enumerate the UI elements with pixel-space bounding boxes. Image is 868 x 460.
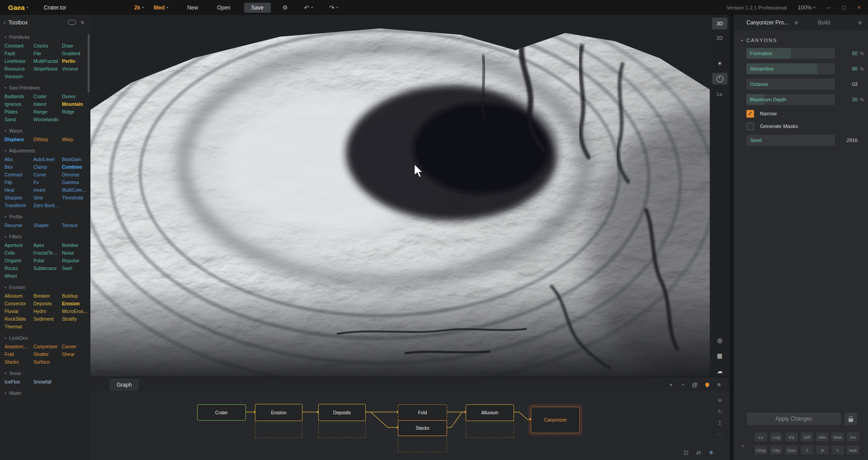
toolbox-item[interactable]: Badlands [5, 94, 33, 99]
toolbox-item[interactable]: Recurve [5, 223, 33, 228]
graph-node-crater[interactable]: Crater [197, 404, 246, 421]
port-modifier-button[interactable]: Diff [801, 432, 813, 441]
toolbox-item[interactable]: Fluvial [5, 308, 33, 314]
toolbox-section-header[interactable]: ▾ Primitives [5, 34, 90, 40]
toolbox-item[interactable]: File [33, 51, 62, 56]
port-modifier-button[interactable]: Gain [785, 446, 798, 455]
redo-button[interactable]: ↷ [329, 4, 335, 11]
toolbox-item[interactable]: Contrast [5, 172, 33, 177]
toolbox-item[interactable]: Transform [5, 203, 33, 208]
sun-icon[interactable]: ☀ [712, 57, 727, 69]
toolbox-item[interactable]: Shaper [33, 223, 62, 228]
toolbox-item[interactable]: Crater [33, 94, 62, 99]
toolbox-item[interactable]: Repulse [62, 258, 89, 263]
toolbox-item[interactable]: Sediment [33, 316, 62, 322]
toolbox-item[interactable]: Gamma [62, 180, 89, 185]
toolbox-section-header[interactable]: ▾ Warps [5, 128, 90, 133]
toolbox-section-header[interactable]: ▾ Adjustments [5, 148, 90, 153]
toolbox-item[interactable]: IceFloe [5, 379, 33, 384]
toolbox-item[interactable]: Noise [62, 250, 89, 256]
property-slider[interactable]: Maximum Depth [746, 94, 835, 105]
tab-graph[interactable]: Graph [109, 379, 139, 391]
toolbox-item[interactable]: Igneous [5, 101, 33, 107]
toolbox-item[interactable]: Plates [5, 109, 33, 114]
toolbox-item[interactable]: Anastom… [5, 344, 33, 349]
toolbox-item[interactable]: Terrace [62, 223, 89, 228]
property-slider[interactable]: Formation [746, 48, 835, 59]
port-modifier-button[interactable]: ∿ [831, 446, 844, 455]
toolbox-item[interactable]: RockSlide [5, 316, 33, 322]
level-toggle[interactable]: Lv [712, 88, 727, 100]
collapse-panel-icon[interactable]: ‹ [4, 19, 5, 26]
toolbox-item[interactable]: MicroEros… [62, 308, 89, 314]
compass-icon[interactable]: ◎ [712, 334, 727, 346]
toolbox-item[interactable]: Blur [5, 164, 33, 170]
toolbox-item[interactable]: Range [33, 109, 62, 114]
port-modifier-button[interactable]: Min [816, 432, 829, 441]
toolbox-item[interactable]: MultiFractal [33, 58, 62, 64]
port-modifier-button[interactable]: Max [831, 432, 844, 441]
toolbox-scrollbar[interactable] [88, 34, 90, 93]
toolbox-item[interactable]: Sand [5, 117, 33, 122]
chevron-down-icon[interactable]: ▾ [682, 383, 684, 387]
toolbox-item[interactable]: Clamp [33, 164, 62, 170]
node-canvas[interactable]: Crater Erosion Deposits Fold Stacks Allu… [90, 392, 730, 460]
toolbox-item[interactable]: SlopeNoise [33, 66, 62, 71]
toolbox-item[interactable]: Displace [5, 137, 33, 142]
port-modifier-button[interactable]: Lv [755, 432, 767, 441]
toolbox-item[interactable]: Apex [33, 242, 62, 248]
toolbox-item[interactable]: Shear [62, 351, 89, 357]
app-menu-button[interactable]: Gaea [8, 4, 25, 11]
toolbox-item[interactable]: Denoise [62, 172, 89, 177]
toolbox-item[interactable]: Island [33, 101, 62, 107]
apply-changes-button[interactable]: Apply Changes [747, 413, 841, 425]
toolbox-item[interactable]: Cracks [33, 43, 62, 48]
port-modifier-button[interactable]: Log [770, 432, 783, 441]
toolbox-item[interactable]: Hydro [33, 308, 62, 314]
toolbox-item[interactable]: Voronoi+ [5, 74, 33, 79]
toolbox-item[interactable]: Rocks [5, 266, 33, 271]
undo-button[interactable]: ↶ [304, 4, 310, 11]
grid-icon[interactable]: ▦ [712, 350, 727, 361]
toolbox-item[interactable]: Voronoi [62, 66, 89, 71]
toolbox-item[interactable]: Abs [5, 156, 33, 162]
graph-node-alluvium[interactable]: Alluvium [466, 404, 514, 421]
toolbox-item[interactable]: Carver [62, 344, 89, 349]
toolbox-item[interactable]: Breaker [33, 293, 62, 299]
toolbox-item[interactable]: Subterrace [33, 266, 62, 271]
graph-node-canyonizer[interactable]: Canyonizer [531, 407, 580, 433]
seed-field[interactable]: Seed [746, 135, 835, 146]
toolbox-item[interactable]: Erosion [62, 301, 89, 306]
toolbox-section-header[interactable]: ▾ Filters [5, 234, 90, 239]
port-modifier-button[interactable]: Eq [785, 432, 798, 441]
snowflake-icon[interactable]: ✳ [709, 449, 714, 456]
graph-node-erosion[interactable]: Erosion [255, 404, 302, 421]
toolbox-section-header[interactable]: ▾ Profile [5, 214, 90, 219]
toolbox-item[interactable]: Origami [5, 258, 33, 263]
open-button[interactable]: Open [217, 5, 230, 11]
toolbox-section-header[interactable]: ▾ Snow [5, 370, 90, 376]
toolbox-item[interactable]: BiasGain [62, 156, 89, 162]
toolbox-item[interactable]: Ridge [62, 109, 89, 114]
cloud-icon[interactable]: ☁ [712, 365, 727, 377]
toolbox-item[interactable]: Sine [33, 195, 62, 200]
port-modifier-button[interactable]: λ [801, 446, 813, 455]
toolbox-item[interactable]: Sharpen [5, 195, 33, 200]
toolbox-section-header[interactable]: ▾ Water [5, 390, 90, 396]
hamburger-icon[interactable]: ≡ [80, 19, 84, 26]
hamburger-icon[interactable]: ≡ [795, 19, 798, 26]
checkbox[interactable]: ✓ [746, 110, 754, 118]
toolbox-item[interactable]: Surface [33, 359, 62, 365]
toolbox-item[interactable]: Heal [5, 187, 33, 193]
toolbox-item[interactable]: Invert [33, 187, 62, 193]
toolbox-item[interactable]: Curve [33, 172, 62, 177]
toolbox-item[interactable]: Shatter [33, 351, 62, 357]
more-icon[interactable]: ⋯ [717, 431, 722, 437]
add-node-button[interactable]: + [670, 381, 673, 388]
chevron-down-icon[interactable]: ▾ [311, 5, 313, 9]
toolbox-item[interactable]: Canyonizer [33, 344, 62, 349]
toolbox-item[interactable]: MultiCom… [62, 187, 89, 193]
port-modifier-button[interactable]: Clip [770, 446, 783, 455]
toolbox-item[interactable]: Swirl [62, 266, 89, 271]
property-slider[interactable]: Streamline [746, 63, 835, 74]
